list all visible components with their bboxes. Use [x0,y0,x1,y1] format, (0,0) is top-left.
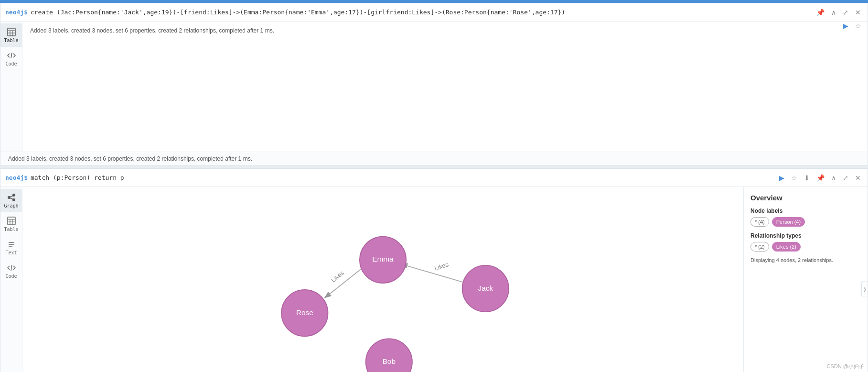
close-button-1[interactable]: ✕ [853,8,863,17]
graph-area: Likes Likes Emma Jack Rose Bob [22,187,743,372]
panel-1-body: Table Code Added 3 labels, created 3 nod [0,22,868,152]
node-bob[interactable] [366,339,412,372]
overview-relationship-types-section: Relationship types * (2) Likes (2) [750,232,861,252]
sidebar-label-table-1: Table [4,38,18,43]
query-prompt-2: neo4j$ [5,174,28,181]
node-labels-tags: * (4) Person (4) [750,217,861,227]
sidebar-label-code-1: Code [5,61,17,66]
pin-button-1[interactable]: 📌 [814,8,826,17]
code-icon-2 [7,263,16,273]
svg-line-9 [10,196,13,197]
table-icon-2 [7,216,16,226]
download-button-2[interactable]: ⬇ [802,173,812,183]
overview-relationship-types-title: Relationship types [750,232,861,239]
overview-node-labels-title: Node labels [750,208,861,214]
relationship-types-tags: * (2) Likes (2) [750,242,861,252]
svg-line-10 [10,198,13,199]
svg-rect-0 [8,28,15,36]
svg-line-19 [11,265,12,271]
panel-1: neo4j$ create (Jac:Person{name:'Jack',ag… [0,3,868,165]
star-button-2[interactable]: ☆ [789,173,799,183]
collapse-button-2[interactable]: ∧ [829,173,838,183]
node-label-person-tag[interactable]: Person (4) [772,217,805,227]
overview-title: Overview [750,194,861,202]
panel-2: neo4j$ match (p:Person) return p ▶ ☆ ⬇ 📌… [0,168,868,372]
node-label-rose: Rose [296,308,313,317]
rel-type-all-tag[interactable]: * (2) [750,242,769,252]
code-icon-1 [7,51,16,60]
sidebar-1: Table Code [0,22,22,152]
sidebar-label-code-2: Code [5,274,17,279]
star-button-1[interactable]: ☆ [853,22,863,31]
node-label-all-tag[interactable]: * (4) [750,217,769,227]
sidebar-label-text: Text [5,250,17,255]
query-text-2: match (p:Person) return p [31,174,124,181]
run-button-1[interactable]: ▶ [841,22,850,31]
rel-type-likes-tag[interactable]: Likes (2) [772,242,801,252]
status-text-1: Added 3 labels, created 3 nodes, set 6 p… [30,27,860,34]
bottom-status-1: Added 3 labels, created 3 nodes, set 6 p… [0,152,868,165]
svg-line-5 [11,53,12,58]
bottom-status-text-1: Added 3 labels, created 3 nodes, set 6 p… [8,155,252,162]
edge-label-jack-emma: Likes [434,261,450,272]
close-button-2[interactable]: ✕ [853,173,863,183]
text-icon [7,240,16,249]
pin-button-2[interactable]: 📌 [814,173,826,183]
panel-1-content: Added 3 labels, created 3 nodes, set 6 p… [22,22,868,152]
table-icon-1 [7,27,16,37]
graph-svg: Likes Likes Emma Jack Rose Bob [22,187,743,372]
sidebar-item-graph[interactable]: Graph [0,189,22,212]
overview-panel: Overview Node labels * (4) Person (4) Re… [743,187,868,372]
graph-icon [7,193,16,202]
watermark: CSDN @小妇子 [827,363,864,370]
run-button-2[interactable]: ▶ [777,173,786,183]
fullscreen-button-1[interactable]: ⤢ [841,8,850,17]
fullscreen-button-2[interactable]: ⤢ [841,173,850,183]
sidebar-label-table-2: Table [4,227,18,232]
query-bar-1: neo4j$ create (Jac:Person{name:'Jack',ag… [0,3,868,22]
edge-label-emma-rose: Likes [330,269,345,284]
sidebar-item-text[interactable]: Text [0,236,22,259]
overview-node-labels-section: Node labels * (4) Person (4) [750,208,861,227]
collapse-button-1[interactable]: ∧ [829,8,838,17]
query-bar-2: neo4j$ match (p:Person) return p ▶ ☆ ⬇ 📌… [0,169,868,187]
query-text-1: create (Jac:Person{name:'Jack',age:19})-… [31,9,814,16]
overview-expand-button[interactable]: ❯ [861,281,868,296]
query-prompt-1: neo4j$ [5,9,28,16]
node-label-emma: Emma [372,255,394,263]
sidebar-item-code-2[interactable]: Code [0,259,22,283]
sidebar-2: Graph Table [0,187,22,372]
query-actions-2: ▶ ☆ ⬇ 📌 ∧ ⤢ ✕ [777,173,863,183]
svg-rect-11 [8,217,15,225]
sidebar-item-code-1[interactable]: Code [0,47,22,70]
sidebar-item-table-2[interactable]: Table [0,212,22,236]
svg-point-6 [8,196,11,199]
node-label-bob: Bob [383,357,396,365]
panel-2-body: Graph Table [0,187,868,372]
chevron-right-icon: ❯ [863,285,867,292]
edge-emma-rose [325,267,364,298]
overview-description: Displaying 4 nodes, 2 relationships. [750,257,861,263]
sidebar-item-table-1[interactable]: Table [0,23,22,47]
sidebar-label-graph: Graph [4,203,18,208]
node-label-jack: Jack [478,284,493,292]
query-actions-1: 📌 ∧ ⤢ ✕ [814,8,863,17]
